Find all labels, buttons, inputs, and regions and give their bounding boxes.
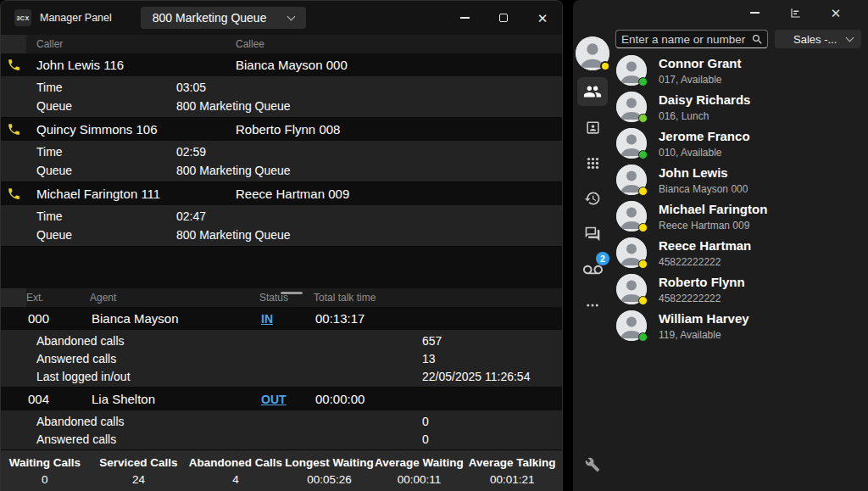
queue-value: 800 Marketing Queue	[176, 228, 291, 242]
sidebar-item-dialpad[interactable]	[577, 148, 608, 177]
dialpad-icon	[586, 156, 600, 170]
contact-avatar	[616, 55, 647, 86]
agent-talk-time: 00:13:17	[314, 311, 562, 326]
contact-status: Bianca Mayson 000	[659, 184, 748, 194]
presence-dot	[638, 332, 648, 342]
call-row[interactable]: John Lewis 116 Bianca Mayson 000	[1, 53, 562, 76]
agent-column-header[interactable]: Agent	[90, 292, 259, 304]
close-icon: ✕	[831, 7, 842, 20]
agent-status-link[interactable]: OUT	[261, 393, 287, 406]
contact-list: Connor Grant017, Available Daisy Richard…	[612, 52, 868, 343]
wrench-icon	[585, 457, 600, 472]
group-selector-value: Sales -...	[793, 33, 837, 46]
contact-row[interactable]: John LewisBianca Mayson 000	[612, 161, 868, 198]
history-icon	[584, 190, 601, 207]
calls-table-header: Caller Callee	[1, 35, 562, 53]
close-icon: ✕	[537, 12, 548, 25]
contact-row[interactable]: Connor Grant017, Available	[612, 52, 868, 88]
search-icon[interactable]	[751, 33, 764, 46]
agents-header-icon-cell	[1, 288, 26, 307]
stat-value: 00:05:26	[307, 473, 352, 486]
call-row[interactable]: Michael Farington 111 Reece Hartman 009	[1, 182, 562, 205]
chart-view-icon	[789, 7, 802, 20]
sidebar-item-history[interactable]	[577, 184, 608, 213]
ext-column-header[interactable]: Ext.	[26, 292, 90, 304]
caller-column-header[interactable]: Caller	[26, 38, 225, 50]
agent-name: Lia Shelton	[90, 392, 259, 406]
sidebar-item-voicemail[interactable]: 2	[577, 255, 608, 284]
stat-label: Abandoned Calls	[189, 456, 282, 469]
detail-value: 13	[422, 352, 436, 365]
detail-label: Answered calls	[36, 352, 422, 365]
contact-row[interactable]: Jerome Franco010, Available	[612, 125, 868, 161]
minimize-button[interactable]	[734, 0, 775, 25]
contact-name: Michael Farington	[659, 202, 767, 217]
contact-avatar	[616, 201, 647, 232]
switch-view-button[interactable]	[775, 0, 815, 25]
active-call-icon	[1, 187, 26, 201]
queue-selector-value: 800 Marketing Queue	[153, 11, 267, 25]
contact-avatar	[616, 128, 647, 159]
agent-row[interactable]: 004 Lia Shelton OUT 00:00:00	[1, 388, 562, 410]
stat-value: 0	[42, 473, 48, 486]
call-row[interactable]: Quincy Simmons 106 Roberto Flynn 008	[1, 118, 562, 141]
contact-avatar	[616, 92, 647, 122]
search-input[interactable]	[621, 33, 751, 46]
group-selector-dropdown[interactable]: Sales -...	[775, 30, 861, 48]
3cx-logo: 3CX	[14, 9, 31, 26]
close-button[interactable]: ✕	[523, 1, 562, 35]
time-label: Time	[36, 145, 176, 159]
sidebar-item-team[interactable]	[577, 77, 608, 106]
contact-row[interactable]: Michael FaringtonReece Hartman 009	[612, 198, 868, 234]
sidebar-item-settings[interactable]	[577, 450, 608, 479]
presence-dot	[638, 223, 648, 232]
detail-value: 0	[422, 415, 429, 428]
chat-bubbles-icon	[584, 226, 601, 243]
contact-status: 017, Available	[659, 75, 742, 85]
call-details: Time02:47 Queue800 Marketing Queue	[1, 205, 562, 247]
agent-talk-time: 00:00:00	[314, 392, 562, 406]
contact-row[interactable]: William Harvey119, Available	[612, 307, 868, 343]
stat-value: 4	[232, 473, 239, 486]
queue-label: Queue	[36, 164, 176, 177]
detail-label: Abandoned calls	[36, 415, 422, 428]
stat-value: 24	[132, 473, 145, 486]
agent-details: Abandoned calls657 Answered calls13 Last…	[1, 330, 562, 388]
contact-book-icon	[585, 120, 601, 136]
minimize-icon	[460, 17, 470, 19]
detail-value: 657	[422, 334, 442, 348]
chevron-down-icon	[287, 13, 296, 21]
stat-label: Waiting Calls	[9, 456, 81, 469]
presence-dot	[638, 150, 648, 159]
minimize-button[interactable]	[445, 1, 484, 35]
sidebar-item-more[interactable]	[577, 291, 608, 320]
contact-avatar	[616, 165, 647, 195]
callee-name: Bianca Mayson 000	[225, 58, 562, 72]
agent-ext: 000	[26, 311, 90, 326]
contacts-panel-window: ✕	[573, 0, 868, 491]
call-details: Time02:59 Queue800 Marketing Queue	[1, 141, 562, 182]
sidebar-item-contacts[interactable]	[577, 113, 608, 142]
contact-status: 45822222222	[659, 293, 745, 304]
maximize-button[interactable]	[484, 1, 523, 35]
time-value: 03:05	[176, 81, 206, 94]
contact-row[interactable]: Reece Hartman45822222222	[612, 234, 868, 271]
agent-status-link[interactable]: IN	[261, 312, 273, 326]
stat-label: Average Waiting	[375, 456, 464, 469]
queue-selector-dropdown[interactable]: 800 Marketing Queue	[141, 7, 307, 29]
agent-row[interactable]: 000 Bianca Mayson IN 00:13:17	[1, 307, 562, 330]
window-title: Manager Panel	[40, 12, 112, 24]
queue-value: 800 Marketing Queue	[176, 99, 291, 113]
talktime-column-header[interactable]: Total talk time	[314, 292, 562, 304]
callee-column-header[interactable]: Callee	[225, 38, 562, 50]
contact-row[interactable]: Roberto Flynn45822222222	[612, 271, 868, 307]
stat-label: Average Talking	[469, 456, 556, 469]
sidebar-item-chat[interactable]	[577, 220, 608, 248]
splitter-handle[interactable]	[281, 292, 303, 294]
close-button[interactable]: ✕	[815, 0, 856, 25]
contact-status: 119, Available	[659, 330, 749, 340]
caller-name: Quincy Simmons 106	[26, 122, 225, 137]
contact-row[interactable]: Daisy Richards016, Lunch	[612, 88, 868, 125]
user-avatar[interactable]	[576, 36, 609, 70]
stat-value: 00:01:21	[490, 473, 535, 486]
